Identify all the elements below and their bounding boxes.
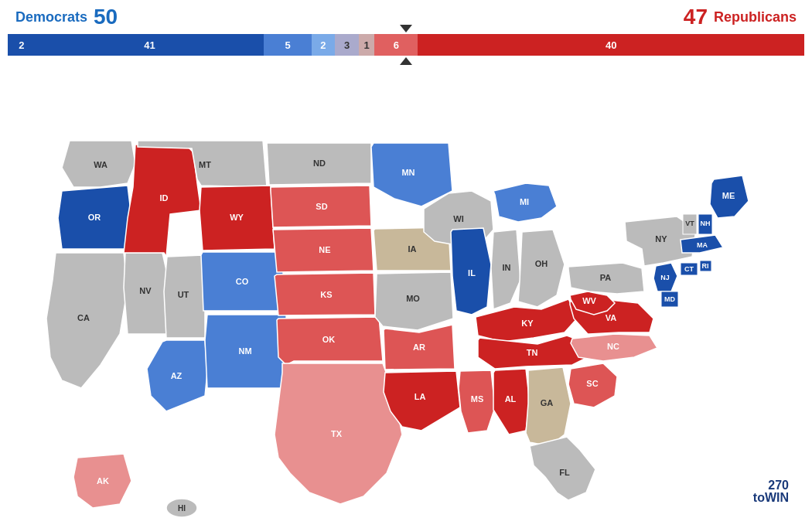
state-CT[interactable] (681, 263, 698, 275)
state-AK[interactable] (73, 454, 131, 508)
bar-lean-dem: 2 (312, 34, 336, 56)
state-MO[interactable] (375, 272, 453, 330)
state-GA[interactable] (526, 367, 571, 446)
state-SD[interactable] (271, 186, 371, 227)
state-OR[interactable] (58, 186, 131, 249)
state-MS[interactable] (459, 370, 495, 433)
state-ME[interactable] (710, 176, 749, 218)
bar-safe-rep: 40 (418, 34, 804, 56)
state-WY[interactable] (200, 186, 275, 250)
state-RI[interactable] (700, 261, 711, 271)
bar-toss-rep: 1 (359, 34, 374, 56)
arrow-down (400, 25, 412, 32)
state-MD[interactable] (661, 291, 678, 307)
state-PA[interactable] (568, 263, 644, 294)
state-UT[interactable] (164, 255, 205, 338)
bar-safe-dem-1: 2 (8, 34, 36, 56)
state-IL[interactable] (451, 228, 491, 315)
rep-label: Republicans (714, 9, 797, 26)
rep-count: 47 (684, 5, 708, 29)
electoral-bar: 2 41 5 2 3 1 6 40 (8, 34, 804, 56)
dem-label: Democrats (15, 9, 87, 26)
bar-likely-dem: 5 (264, 34, 311, 56)
state-MN[interactable] (371, 143, 452, 206)
state-OK[interactable] (277, 317, 383, 365)
dem-count: 50 (94, 5, 118, 29)
state-ND[interactable] (267, 143, 371, 185)
state-IN[interactable] (491, 230, 520, 309)
bar: 2 41 5 2 3 1 6 40 (8, 34, 804, 56)
bar-safe-dem-2: 41 (36, 34, 264, 56)
state-KY[interactable] (476, 299, 578, 342)
rep-header: 47 Republicans (684, 5, 797, 29)
logo: 270 toWIN (753, 479, 789, 504)
state-NH[interactable] (698, 214, 712, 234)
state-CA[interactable] (46, 253, 128, 388)
state-MI[interactable] (493, 183, 557, 222)
state-OH[interactable] (518, 230, 565, 307)
logo-main: 270 (753, 479, 789, 492)
state-HI[interactable] (166, 499, 197, 517)
state-AL[interactable] (493, 369, 530, 435)
map-container: WA OR CA NV ID MT WY UT CO AZ NM ND (0, 63, 812, 518)
state-AR[interactable] (384, 325, 455, 370)
dem-header: Democrats 50 (15, 5, 118, 29)
state-ID[interactable] (124, 145, 201, 257)
bar-lean-rep: 6 (374, 34, 418, 56)
state-NC[interactable] (571, 334, 657, 361)
state-AZ[interactable] (147, 340, 207, 411)
state-NV[interactable] (124, 253, 170, 334)
state-KS[interactable] (275, 273, 375, 315)
state-VT[interactable] (683, 214, 697, 234)
state-NM[interactable] (205, 315, 288, 388)
state-WA[interactable] (62, 141, 135, 187)
logo-sub: toWIN (753, 492, 789, 504)
state-TX[interactable] (275, 363, 402, 504)
state-SC[interactable] (568, 363, 617, 407)
us-map: WA OR CA NV ID MT WY UT CO AZ NM ND (0, 63, 812, 518)
state-FL[interactable] (530, 437, 595, 500)
bar-toss-dem: 3 (335, 34, 359, 56)
state-NE[interactable] (273, 228, 374, 272)
state-NJ[interactable] (653, 263, 677, 291)
state-CO[interactable] (201, 252, 285, 311)
